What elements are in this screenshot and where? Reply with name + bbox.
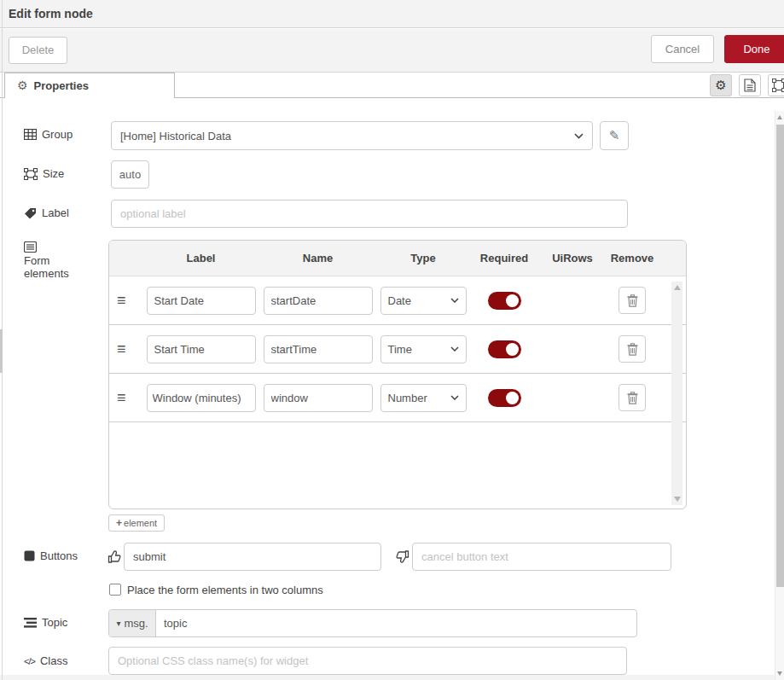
scroll-down-arrow[interactable] <box>674 497 681 502</box>
topic-type-label: msg. <box>124 617 148 630</box>
table-icon <box>24 129 37 140</box>
col-type: Type <box>376 252 470 264</box>
dialog-toolbar: Delete Cancel Done <box>0 29 784 72</box>
group-label: Group <box>24 128 73 141</box>
size-auto-button[interactable]: auto <box>111 160 149 189</box>
gear-icon: ⚙ <box>17 78 28 92</box>
two-columns-label: Place the form elements in two columns <box>127 584 323 596</box>
element-label-input[interactable] <box>147 335 256 363</box>
toggle-knob <box>506 343 519 356</box>
buttons-label: Buttons <box>24 549 78 562</box>
element-name-input[interactable] <box>264 335 373 363</box>
table-header: Label Name Type Required UiRows Remove <box>109 241 686 276</box>
topic-value[interactable]: topic <box>156 610 636 636</box>
appearance-button[interactable] <box>768 74 784 96</box>
edit-group-button[interactable]: ✎ <box>600 121 629 150</box>
col-name: Name <box>259 252 376 264</box>
done-button[interactable]: Done <box>724 35 784 63</box>
label-label: Label <box>24 206 69 219</box>
code-icon: </> <box>24 656 35 666</box>
scroll-up-arrow[interactable] <box>674 285 681 290</box>
table-scrollbar[interactable] <box>671 282 682 505</box>
form-element-row: ≡ Date <box>109 276 686 325</box>
drag-handle-icon[interactable]: ≡ <box>117 389 142 407</box>
pencil-icon: ✎ <box>609 128 620 143</box>
edit-form-node-dialog: Edit form node Delete Cancel Done ⚙Prope… <box>0 0 784 680</box>
topic-type-select[interactable]: ▾ msg. <box>109 610 156 636</box>
caret-down-icon: ▾ <box>116 619 120 628</box>
thumbs-up-icon <box>107 549 122 564</box>
remove-element-button[interactable] <box>618 287 646 314</box>
element-label-input[interactable] <box>147 287 256 315</box>
thumbs-down-icon <box>395 549 409 564</box>
drag-handle-icon[interactable]: ≡ <box>117 340 142 358</box>
gear-icon: ⚙ <box>715 78 726 93</box>
delete-button[interactable]: Delete <box>9 37 67 64</box>
tasks-icon <box>24 618 37 628</box>
tab-properties-label: Properties <box>34 79 89 92</box>
required-toggle[interactable] <box>488 340 521 358</box>
dialog-bottom-edge <box>0 675 775 680</box>
element-type-select[interactable]: Time <box>380 335 467 363</box>
trash-icon <box>627 294 638 307</box>
cancel-button-text-input[interactable] <box>412 543 671 571</box>
plus-icon: + <box>116 517 122 529</box>
topic-label: Topic <box>24 616 67 629</box>
scroll-down-arrow[interactable] <box>777 671 782 676</box>
object-group-icon <box>772 78 784 92</box>
form-elements-label: Form elements <box>24 241 90 280</box>
tag-icon <box>24 207 37 219</box>
tab-properties[interactable]: ⚙Properties <box>4 73 175 98</box>
chevron-down-icon <box>450 395 459 400</box>
properties-gear-button[interactable]: ⚙ <box>710 74 732 96</box>
dialog-title: Edit form node <box>0 0 784 28</box>
workspace-edge-notch <box>0 329 3 373</box>
two-columns-checkbox[interactable] <box>109 584 121 596</box>
description-doc-button[interactable] <box>739 74 761 96</box>
col-required: Required <box>470 252 538 264</box>
topic-typed-input[interactable]: ▾ msg. topic <box>108 609 637 637</box>
element-name-input[interactable] <box>264 384 373 412</box>
add-element-button[interactable]: +element <box>108 514 165 532</box>
required-toggle[interactable] <box>488 389 521 407</box>
document-icon <box>744 78 756 92</box>
form-element-row: ≡ Number <box>109 374 686 422</box>
toggle-knob <box>506 294 519 307</box>
required-toggle[interactable] <box>488 292 521 310</box>
class-label: </> Class <box>24 654 67 667</box>
drag-handle-icon[interactable]: ≡ <box>117 292 142 310</box>
cancel-button[interactable]: Cancel <box>651 35 714 63</box>
element-label-input[interactable] <box>147 384 256 412</box>
scroll-up-arrow[interactable] <box>777 115 782 119</box>
col-remove: Remove <box>607 252 658 264</box>
list-alt-icon <box>24 241 37 253</box>
square-icon <box>24 550 35 561</box>
form-elements-table: Label Name Type Required UiRows Remove ≡… <box>108 240 687 509</box>
chevron-down-icon <box>574 133 584 139</box>
dialog-scrollbar[interactable] <box>775 111 784 680</box>
element-type-select[interactable]: Number <box>380 384 467 412</box>
toggle-knob <box>506 392 519 404</box>
size-label: Size <box>24 167 64 180</box>
element-type-select[interactable]: Date <box>380 287 467 315</box>
group-select-value: [Home] Historical Data <box>120 130 231 142</box>
group-select[interactable]: [Home] Historical Data <box>111 121 593 150</box>
chevron-down-icon <box>450 346 459 352</box>
submit-button-text-input[interactable] <box>124 543 381 571</box>
chevron-down-icon <box>450 298 459 303</box>
size-icon <box>24 168 38 180</box>
trash-icon <box>627 343 638 356</box>
scrollbar-thumb[interactable] <box>776 125 784 587</box>
remove-element-button[interactable] <box>618 335 646 363</box>
label-input[interactable] <box>111 200 628 228</box>
col-label: Label <box>142 252 259 264</box>
trash-icon <box>627 392 638 404</box>
class-input[interactable] <box>108 647 627 675</box>
form-element-row: ≡ Time <box>109 325 686 374</box>
col-uirows: UiRows <box>538 252 607 264</box>
remove-element-button[interactable] <box>618 384 646 411</box>
element-name-input[interactable] <box>264 287 373 315</box>
